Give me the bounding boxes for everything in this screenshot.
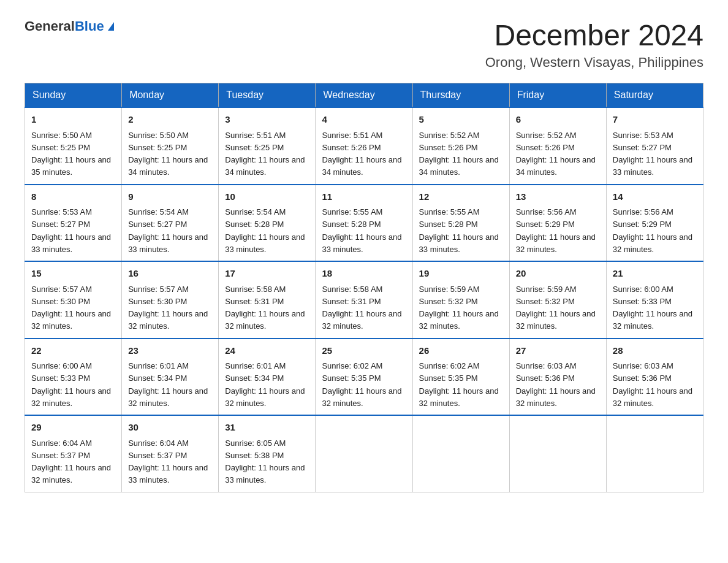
calendar-week-row: 29 Sunrise: 6:04 AMSunset: 5:37 PMDaylig… [25,415,703,492]
calendar-day-cell [606,415,703,492]
day-info: Sunrise: 6:02 AMSunset: 5:35 PMDaylight:… [419,361,499,408]
logo: GeneralBlue [25,18,114,34]
day-number: 1 [31,113,115,127]
day-number: 23 [128,344,212,358]
day-number: 25 [322,344,406,358]
day-number: 3 [225,113,309,127]
calendar-day-cell: 21 Sunrise: 6:00 AMSunset: 5:33 PMDaylig… [606,261,703,339]
day-number: 15 [31,267,115,281]
calendar-body: 1 Sunrise: 5:50 AMSunset: 5:25 PMDayligh… [25,107,703,492]
calendar-day-cell: 17 Sunrise: 5:58 AMSunset: 5:31 PMDaylig… [219,261,316,339]
day-number: 5 [419,113,503,127]
weekday-header: Wednesday [316,83,412,108]
calendar-day-cell: 1 Sunrise: 5:50 AMSunset: 5:25 PMDayligh… [25,107,122,185]
day-number: 19 [419,267,503,281]
day-number: 18 [322,267,406,281]
day-number: 26 [419,344,503,358]
calendar-day-cell: 13 Sunrise: 5:56 AMSunset: 5:29 PMDaylig… [509,185,606,262]
day-info: Sunrise: 5:50 AMSunset: 5:25 PMDaylight:… [128,131,208,177]
day-info: Sunrise: 5:50 AMSunset: 5:25 PMDaylight:… [31,131,111,177]
day-info: Sunrise: 5:56 AMSunset: 5:29 PMDaylight:… [613,207,692,254]
day-info: Sunrise: 5:57 AMSunset: 5:30 PMDaylight:… [31,285,111,331]
day-info: Sunrise: 6:04 AMSunset: 5:37 PMDaylight:… [31,439,111,485]
calendar-day-cell: 19 Sunrise: 5:59 AMSunset: 5:32 PMDaylig… [412,261,509,339]
day-number: 10 [225,190,309,204]
day-number: 30 [128,421,212,435]
calendar-day-cell: 9 Sunrise: 5:54 AMSunset: 5:27 PMDayligh… [122,185,219,262]
day-number: 17 [225,267,309,281]
day-number: 14 [613,190,697,204]
calendar-day-cell: 6 Sunrise: 5:52 AMSunset: 5:26 PMDayligh… [509,107,606,185]
day-number: 9 [128,190,212,204]
page-header: GeneralBlue December 2024 Orong, Western… [25,18,703,71]
title-block: December 2024 Orong, Western Visayas, Ph… [485,18,703,71]
weekday-header: Tuesday [219,83,316,108]
weekday-header: Monday [122,83,219,108]
day-info: Sunrise: 6:01 AMSunset: 5:34 PMDaylight:… [128,361,208,408]
weekday-header: Sunday [25,83,122,108]
calendar-day-cell: 14 Sunrise: 5:56 AMSunset: 5:29 PMDaylig… [606,185,703,262]
calendar-day-cell: 25 Sunrise: 6:02 AMSunset: 5:35 PMDaylig… [316,339,412,416]
logo-text: GeneralBlue [25,18,104,34]
calendar-day-cell: 7 Sunrise: 5:53 AMSunset: 5:27 PMDayligh… [606,107,703,185]
day-number: 29 [31,421,115,435]
calendar-day-cell: 22 Sunrise: 6:00 AMSunset: 5:33 PMDaylig… [25,339,122,416]
calendar-day-cell: 11 Sunrise: 5:55 AMSunset: 5:28 PMDaylig… [316,185,412,262]
calendar-day-cell: 12 Sunrise: 5:55 AMSunset: 5:28 PMDaylig… [412,185,509,262]
day-info: Sunrise: 6:01 AMSunset: 5:34 PMDaylight:… [225,361,305,408]
day-info: Sunrise: 5:51 AMSunset: 5:25 PMDaylight:… [225,131,305,177]
day-number: 21 [613,267,697,281]
calendar-day-cell: 27 Sunrise: 6:03 AMSunset: 5:36 PMDaylig… [509,339,606,416]
calendar-day-cell: 28 Sunrise: 6:03 AMSunset: 5:36 PMDaylig… [606,339,703,416]
calendar-day-cell: 23 Sunrise: 6:01 AMSunset: 5:34 PMDaylig… [122,339,219,416]
calendar-week-row: 8 Sunrise: 5:53 AMSunset: 5:27 PMDayligh… [25,185,703,262]
calendar-day-cell: 4 Sunrise: 5:51 AMSunset: 5:26 PMDayligh… [316,107,412,185]
day-number: 22 [31,344,115,358]
day-number: 7 [613,113,697,127]
logo-general: General [25,18,75,34]
day-info: Sunrise: 5:52 AMSunset: 5:26 PMDaylight:… [516,131,596,177]
header-row: SundayMondayTuesdayWednesdayThursdayFrid… [25,83,703,108]
day-number: 24 [225,344,309,358]
calendar-day-cell: 10 Sunrise: 5:54 AMSunset: 5:28 PMDaylig… [219,185,316,262]
day-info: Sunrise: 6:04 AMSunset: 5:37 PMDaylight:… [128,439,208,485]
calendar-header: SundayMondayTuesdayWednesdayThursdayFrid… [25,83,703,108]
calendar-day-cell: 29 Sunrise: 6:04 AMSunset: 5:37 PMDaylig… [25,415,122,492]
day-number: 6 [516,113,600,127]
day-number: 4 [322,113,406,127]
day-number: 27 [516,344,600,358]
day-info: Sunrise: 6:03 AMSunset: 5:36 PMDaylight:… [516,361,596,408]
calendar-day-cell [509,415,606,492]
day-number: 11 [322,190,406,204]
calendar-week-row: 1 Sunrise: 5:50 AMSunset: 5:25 PMDayligh… [25,107,703,185]
calendar-day-cell: 16 Sunrise: 5:57 AMSunset: 5:30 PMDaylig… [122,261,219,339]
weekday-header: Friday [509,83,606,108]
day-number: 8 [31,190,115,204]
calendar-day-cell [316,415,412,492]
day-info: Sunrise: 5:56 AMSunset: 5:29 PMDaylight:… [516,207,596,254]
day-info: Sunrise: 5:55 AMSunset: 5:28 PMDaylight:… [419,207,499,254]
day-info: Sunrise: 5:54 AMSunset: 5:27 PMDaylight:… [128,207,208,254]
calendar-day-cell: 15 Sunrise: 5:57 AMSunset: 5:30 PMDaylig… [25,261,122,339]
day-info: Sunrise: 6:03 AMSunset: 5:36 PMDaylight:… [613,361,692,408]
day-number: 13 [516,190,600,204]
day-info: Sunrise: 5:53 AMSunset: 5:27 PMDaylight:… [31,207,111,254]
weekday-header: Saturday [606,83,703,108]
day-info: Sunrise: 6:00 AMSunset: 5:33 PMDaylight:… [613,285,692,331]
day-info: Sunrise: 5:54 AMSunset: 5:28 PMDaylight:… [225,207,305,254]
day-info: Sunrise: 5:59 AMSunset: 5:32 PMDaylight:… [419,285,499,331]
day-number: 31 [225,421,309,435]
weekday-header: Thursday [412,83,509,108]
day-info: Sunrise: 6:02 AMSunset: 5:35 PMDaylight:… [322,361,401,408]
day-info: Sunrise: 5:57 AMSunset: 5:30 PMDaylight:… [128,285,208,331]
calendar-day-cell: 8 Sunrise: 5:53 AMSunset: 5:27 PMDayligh… [25,185,122,262]
calendar-day-cell: 30 Sunrise: 6:04 AMSunset: 5:37 PMDaylig… [122,415,219,492]
day-info: Sunrise: 5:58 AMSunset: 5:31 PMDaylight:… [225,285,305,331]
calendar-day-cell: 31 Sunrise: 6:05 AMSunset: 5:38 PMDaylig… [219,415,316,492]
day-number: 2 [128,113,212,127]
day-info: Sunrise: 5:51 AMSunset: 5:26 PMDaylight:… [322,131,401,177]
day-number: 12 [419,190,503,204]
calendar-day-cell: 3 Sunrise: 5:51 AMSunset: 5:25 PMDayligh… [219,107,316,185]
calendar-day-cell: 24 Sunrise: 6:01 AMSunset: 5:34 PMDaylig… [219,339,316,416]
calendar-day-cell: 20 Sunrise: 5:59 AMSunset: 5:32 PMDaylig… [509,261,606,339]
